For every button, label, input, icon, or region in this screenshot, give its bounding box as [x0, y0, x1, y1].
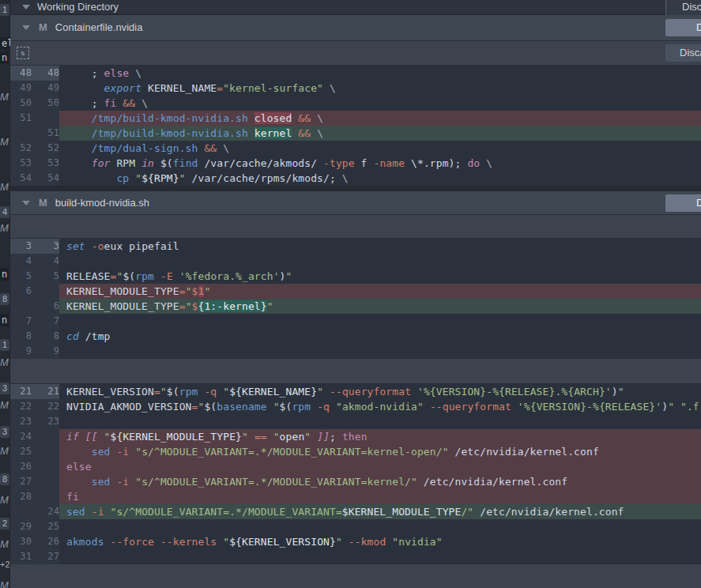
diff-line[interactable]: 4848 ; else \ — [10, 66, 701, 81]
code-token: " — [135, 172, 141, 184]
code-token: = — [154, 386, 160, 398]
file-name: Containerfile.nvidia — [55, 21, 143, 33]
code-token — [511, 401, 518, 413]
diff-line[interactable]: 28fi — [10, 489, 701, 504]
new-line-number: 23 — [32, 414, 59, 429]
code-token: rpm — [135, 270, 154, 282]
file-diff-body: 33set -oeux pipefail4455RELEASE="$(rpm -… — [10, 215, 701, 588]
code-token — [79, 431, 85, 443]
code-token: sed — [92, 446, 111, 458]
diff-line[interactable]: 5353 for RPM in $(find /var/cache/akmods… — [10, 156, 701, 171]
file-header[interactable]: M build-kmod-nvidia.sh Di — [10, 191, 701, 215]
code-token: " — [618, 386, 624, 398]
code-token: " — [186, 300, 192, 312]
code-content: cd /tmp — [59, 329, 701, 344]
diff-line[interactable]: 6KERNEL_MODULE_TYPE="${1:-kernel}" — [10, 299, 701, 314]
code-token: \ — [486, 157, 492, 169]
diff-line[interactable]: 6KERNEL_MODULE_TYPE="$1" — [10, 284, 701, 299]
code-token: --kmod — [349, 536, 386, 548]
code-token: " — [336, 536, 342, 548]
diff-line[interactable]: 2925 — [10, 519, 701, 534]
diff-line[interactable]: 3127 — [10, 549, 701, 564]
collapse-chevron-icon[interactable] — [22, 25, 30, 30]
discard-hunk-button[interactable]: Disca — [665, 44, 701, 62]
diff-line[interactable]: 2222NVIDIA_AKMOD_VERSION="$(basename "$(… — [10, 399, 701, 414]
code-token: KERNEL_VERSION — [66, 386, 154, 398]
old-line-number — [10, 504, 32, 519]
working-directory-header[interactable]: Working Directory Disc — [10, 0, 701, 15]
diff-line[interactable]: 24sed -i "s/^MODULE_VARIANT=.*/MODULE_VA… — [10, 504, 701, 519]
file-header[interactable]: M Containerfile.nvidia Di — [10, 15, 701, 41]
modified-status-badge: M — [39, 197, 47, 209]
code-token: /tmp/dual-sign.sh — [92, 142, 198, 154]
code-token: KERNEL_MODULE_TYPE — [66, 285, 179, 297]
diff-line[interactable]: 24if [[ "${KERNEL_MODULE_TYPE}" == "open… — [10, 429, 701, 444]
code-content — [59, 549, 701, 564]
code-token — [311, 127, 317, 139]
new-line-number: 22 — [32, 399, 59, 414]
diff-line[interactable]: 26else — [10, 459, 701, 474]
new-line-number: 4 — [32, 254, 59, 269]
collapse-chevron-icon[interactable] — [22, 201, 30, 205]
code-token — [311, 431, 317, 443]
diff-line[interactable]: 99 — [10, 344, 701, 359]
new-line-number: 53 — [32, 156, 59, 171]
code-content: /tmp/dual-sign.sh && \ — [59, 141, 701, 156]
clipped-left-panel-sliver: 1elnMMM4Mn8n1M3M3M8M2M+2M — [0, 0, 10, 588]
expand-hunk-icon[interactable]: ⇅ — [17, 47, 29, 59]
code-token: \ — [330, 82, 336, 94]
old-line-number: 30 — [10, 534, 32, 549]
code-token: ) — [661, 401, 668, 413]
code-content: else — [59, 459, 701, 474]
code-token: " — [273, 431, 280, 443]
code-token: " — [186, 285, 192, 297]
diff-line[interactable]: 77 — [10, 314, 701, 329]
discard-file-button[interactable]: Di — [665, 194, 701, 212]
discard-file-button[interactable]: Di — [665, 19, 701, 36]
code-token: " — [273, 401, 280, 413]
diff-line[interactable]: 4949 export KERNEL_NAME="kernel-surface"… — [10, 81, 701, 96]
old-line-number: 4 — [10, 254, 32, 269]
code-token — [66, 82, 104, 94]
diff-line[interactable]: 25 sed -i "s/^MODULE_VARIANT=.*/MODULE_V… — [10, 444, 701, 459]
collapse-chevron-icon[interactable] — [22, 5, 30, 9]
code-content — [59, 254, 701, 269]
code-token — [674, 401, 680, 413]
code-token: --queryformat — [430, 401, 511, 413]
old-line-number: 31 — [10, 549, 32, 564]
diff-line[interactable]: 55RELEASE="$(rpm -E '%fedora.%_arch')" — [10, 269, 701, 284]
diff-line[interactable]: 33set -oeux pipefail — [10, 239, 701, 254]
old-line-number: 21 — [10, 384, 32, 399]
diff-line[interactable]: 5454 cp "${RPM}" /var/cache/rpms/kmods/;… — [10, 171, 701, 186]
code-token: "s/^MODULE_VARIANT=.*/MODULE_VARIANT= — [111, 506, 342, 518]
code-token: \ — [342, 172, 349, 184]
code-token: RELEASE — [66, 270, 111, 282]
new-line-number — [32, 459, 59, 474]
diff-line[interactable]: 3026akmods --force --kernels "${KERNEL_V… — [10, 534, 701, 549]
code-token: /var/cache/akmods/ — [198, 157, 324, 169]
diff-line[interactable]: 5050 ; fi && \ — [10, 96, 701, 111]
code-content: ; else \ — [59, 66, 701, 81]
old-line-number — [10, 299, 32, 314]
code-content: export KERNEL_NAME="kernel-surface" \ — [59, 81, 701, 96]
diff-line[interactable]: 51 /tmp/build-kmod-nvidia.sh kernel && \ — [10, 126, 701, 141]
diff-line[interactable]: 5252 /tmp/dual-sign.sh && \ — [10, 141, 701, 156]
clipped-panel-fragment: n — [0, 268, 9, 281]
old-line-number: 6 — [10, 284, 32, 299]
discard-all-button[interactable]: Disc — [665, 0, 701, 16]
clipped-panel-fragment: 3 — [0, 383, 9, 394]
old-line-number: 8 — [10, 329, 32, 344]
code-token — [66, 172, 116, 184]
old-line-number: 27 — [10, 474, 32, 489]
clipped-panel-fragment: 8 — [0, 293, 9, 305]
diff-line[interactable]: 44 — [10, 254, 701, 269]
diff-line[interactable]: 2323 — [10, 414, 701, 429]
code-token: basename — [217, 401, 266, 413]
code-token: -i — [116, 476, 129, 488]
diff-line[interactable]: 88cd /tmp — [10, 329, 701, 344]
clipped-panel-fragment: n — [0, 314, 9, 326]
diff-line[interactable]: 51 /tmp/build-kmod-nvidia.sh closed && \ — [10, 111, 701, 126]
old-line-number: 24 — [10, 429, 32, 444]
diff-line[interactable]: 27 sed -i "s/^MODULE_VARIANT=.*/MODULE_V… — [10, 474, 701, 489]
diff-line[interactable]: 2121KERNEL_VERSION="$(rpm -q "${KERNEL_N… — [10, 384, 701, 399]
